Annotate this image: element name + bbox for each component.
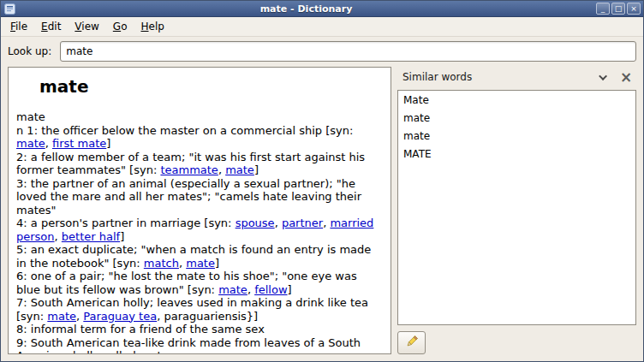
similar-words-panel: Similar words × MatematemateMATE <box>397 67 636 354</box>
definition-paragraph: 5: an exact duplicate; "when a match is … <box>16 243 383 270</box>
titlebar[interactable]: mate - Dictionary _ □ × <box>1 1 643 17</box>
synonym-link[interactable]: mate <box>16 137 45 150</box>
menu-edit[interactable]: Edit <box>34 17 68 36</box>
menu-view[interactable]: View <box>68 17 105 36</box>
edit-pencil-icon <box>405 335 419 352</box>
synonym-link[interactable]: better half <box>62 230 120 243</box>
definition-paragraph: 8: informal term for a friend of the sam… <box>16 323 383 336</box>
lookup-bar: Look up: <box>1 37 643 65</box>
synonym-link[interactable]: spouse <box>236 217 275 229</box>
definition-panel[interactable]: mate maten 1: the officer below the mast… <box>8 67 391 354</box>
similar-word-item[interactable]: mate <box>398 127 635 145</box>
definition-body: maten 1: the officer below the master on… <box>16 110 383 354</box>
similar-word-item[interactable]: mate <box>398 109 635 127</box>
collapse-button[interactable] <box>597 70 611 84</box>
similar-words-header: Similar words × <box>397 67 636 87</box>
synonym-link[interactable]: mate <box>47 310 76 323</box>
definition-paragraph: mate <box>16 110 383 124</box>
definition-paragraph: 7: South American holly; leaves used in … <box>16 296 383 323</box>
similar-word-item[interactable]: Mate <box>398 91 635 109</box>
window-controls: _ □ × <box>596 3 641 15</box>
synonym-link[interactable]: match <box>144 257 179 270</box>
app-icon <box>3 3 16 15</box>
synonym-link[interactable]: mate <box>186 257 215 270</box>
similar-words-list: MatematemateMATE <box>397 90 636 325</box>
synonym-link[interactable]: mate <box>225 163 254 176</box>
definition-paragraph: 3: the partner of an animal (especially … <box>16 177 383 217</box>
main-area: mate maten 1: the officer below the mast… <box>1 65 643 361</box>
lookup-input[interactable] <box>60 41 636 62</box>
synonym-link[interactable]: mate <box>218 283 247 296</box>
definition-paragraph: 6: one of a pair; "he lost the mate to h… <box>16 270 383 296</box>
definition-paragraph: 4: a person's partner in marriage [syn: … <box>16 217 383 243</box>
similar-words-title: Similar words <box>402 71 590 83</box>
similar-word-item[interactable]: MATE <box>398 145 635 163</box>
close-button[interactable]: × <box>627 3 641 15</box>
dictionary-window: mate - Dictionary _ □ × FileEditViewGoHe… <box>0 0 644 362</box>
close-icon: × <box>620 70 632 85</box>
menu-help[interactable]: Help <box>134 17 170 36</box>
lookup-label: Look up: <box>8 45 51 57</box>
edit-button[interactable] <box>397 331 426 354</box>
definition-paragraph: 2: a fellow member of a team; "it was hi… <box>16 151 383 177</box>
synonym-link[interactable]: first mate <box>52 137 106 150</box>
menu-go[interactable]: Go <box>106 17 134 36</box>
sidebar-footer <box>397 325 636 354</box>
definition-paragraph: n 1: the officer below the master on a c… <box>16 124 383 151</box>
maximize-button[interactable]: □ <box>611 3 625 15</box>
menu-file[interactable]: File <box>3 17 34 36</box>
synonym-link[interactable]: partner <box>282 217 323 229</box>
definition-paragraph: 9: South American tea-like drink made fr… <box>16 336 383 355</box>
headword: mate <box>39 76 383 97</box>
synonym-link[interactable]: Paraguay tea <box>83 310 157 323</box>
minimize-button[interactable]: _ <box>596 3 610 15</box>
close-sidebar-button[interactable]: × <box>617 68 635 86</box>
synonym-link[interactable]: teammate <box>160 163 218 176</box>
window-title: mate - Dictionary <box>16 3 596 15</box>
synonym-link[interactable]: fellow <box>254 283 287 296</box>
chevron-down-icon <box>599 72 607 80</box>
menubar: FileEditViewGoHelp <box>1 17 643 37</box>
